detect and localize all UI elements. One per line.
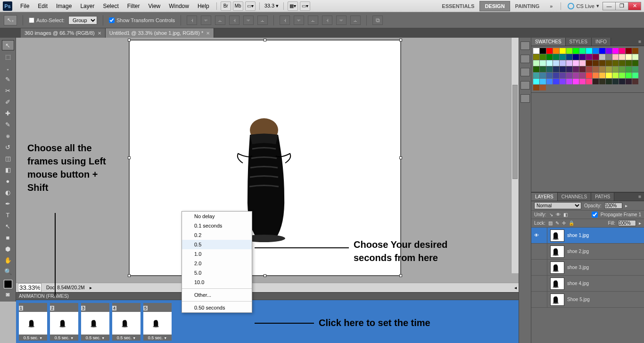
shape-tool[interactable]: ■: [2, 232, 14, 243]
scrollbar-thumb[interactable]: [512, 85, 518, 179]
workspace-painting[interactable]: PAINTING: [510, 1, 545, 11]
unify-position-icon[interactable]: ↘: [549, 212, 553, 217]
swatch[interactable]: [540, 85, 546, 90]
swatch[interactable]: [553, 79, 559, 84]
gradient-tool[interactable]: ◧: [2, 164, 14, 175]
frame-delay-button[interactable]: 0.5 sec.▼: [81, 335, 109, 341]
distribute-icon[interactable]: ⫟: [294, 16, 304, 25]
delay-menu-item[interactable]: 5.0: [182, 268, 252, 278]
stamp-tool[interactable]: ⎈: [2, 131, 14, 141]
swatch[interactable]: [612, 48, 619, 54]
type-tool[interactable]: T: [2, 210, 14, 220]
frame-delay-button[interactable]: 0.5 sec.▼: [112, 335, 140, 341]
show-transform-checkbox[interactable]: Show Transform Controls: [109, 17, 175, 23]
swatch[interactable]: [553, 66, 559, 72]
swatch[interactable]: [533, 54, 539, 60]
swatch[interactable]: [593, 48, 599, 54]
3d-tool[interactable]: ⬢: [2, 244, 14, 254]
swatch[interactable]: [566, 66, 572, 72]
align-icon[interactable]: ⫠: [215, 16, 225, 25]
swatch[interactable]: [606, 79, 612, 84]
swatch[interactable]: [566, 48, 572, 54]
swatch[interactable]: [599, 66, 605, 72]
dock-icon[interactable]: [520, 68, 530, 76]
align-icon[interactable]: ⫞: [229, 16, 239, 25]
delay-menu-item[interactable]: 2.0: [182, 259, 252, 268]
swatch[interactable]: [560, 73, 566, 78]
swatch[interactable]: [579, 79, 586, 84]
swatch[interactable]: [566, 60, 572, 66]
dock-icon[interactable]: [520, 81, 530, 90]
styles-tab[interactable]: STYLES: [566, 38, 592, 46]
close-tab-icon[interactable]: ✕: [98, 31, 101, 36]
swatch[interactable]: [533, 85, 539, 90]
swatch[interactable]: [626, 48, 632, 54]
menu-view[interactable]: View: [144, 3, 165, 9]
document-tab[interactable]: Untitled1 @ 33.3% (shoe 1.jpg, RGB/8) *✕: [106, 28, 215, 38]
layer-row[interactable]: shoe 3.jpg: [531, 260, 644, 276]
dock-icon[interactable]: [520, 94, 530, 103]
swatch[interactable]: [593, 79, 599, 84]
lock-position-icon[interactable]: ✛: [562, 220, 566, 226]
swatch[interactable]: [612, 60, 619, 66]
distribute-icon[interactable]: ⫞: [280, 16, 290, 25]
menu-file[interactable]: File: [16, 3, 33, 9]
swatch[interactable]: [560, 60, 566, 66]
swatch[interactable]: [560, 66, 566, 72]
document-tab[interactable]: 360 images @ 66.7% (RGB/8)✕: [21, 28, 106, 38]
swatch[interactable]: [612, 66, 619, 72]
blur-tool[interactable]: ●: [2, 176, 14, 186]
cs-live-button[interactable]: CS Live ▾: [568, 3, 599, 9]
swatch[interactable]: [606, 48, 612, 54]
swatch[interactable]: [546, 48, 553, 54]
extras-icon[interactable]: ▭▾: [300, 1, 310, 11]
swatch[interactable]: [606, 54, 612, 60]
swatch[interactable]: [619, 73, 625, 78]
panel-menu-icon[interactable]: ≡: [636, 193, 644, 201]
lasso-tool[interactable]: ᎑: [2, 63, 14, 73]
delay-menu-item[interactable]: 0.1 seconds: [182, 221, 252, 230]
swatch[interactable]: [626, 73, 632, 78]
menu-help[interactable]: Help: [193, 3, 214, 9]
close-button[interactable]: ✕: [628, 2, 641, 10]
auto-select-mode[interactable]: Group: [68, 16, 97, 24]
swatch[interactable]: [560, 79, 566, 84]
foreground-color[interactable]: [4, 280, 12, 288]
channels-tab[interactable]: CHANNELS: [558, 193, 591, 201]
swatch[interactable]: [533, 60, 539, 66]
swatch[interactable]: [573, 60, 579, 66]
distribute-icon[interactable]: ⫞: [322, 16, 332, 25]
swatch[interactable]: [533, 66, 539, 72]
swatch[interactable]: [546, 66, 553, 72]
swatch[interactable]: [626, 60, 632, 66]
swatch[interactable]: [599, 73, 605, 78]
swatch[interactable]: [546, 73, 553, 78]
align-icon[interactable]: ⫞: [187, 16, 197, 25]
menu-select[interactable]: Select: [99, 3, 123, 9]
hand-tool[interactable]: ✋: [2, 255, 14, 265]
swatch[interactable]: [586, 54, 592, 60]
minibridge-icon[interactable]: Mb: [233, 1, 243, 11]
swatch[interactable]: [626, 54, 632, 60]
swatch[interactable]: [553, 54, 559, 60]
swatch[interactable]: [593, 66, 599, 72]
current-tool-icon[interactable]: ↖₊: [4, 15, 17, 25]
bridge-icon[interactable]: Br: [221, 1, 231, 11]
opacity-arrow-icon[interactable]: ▸: [625, 203, 627, 208]
blend-mode-dropdown[interactable]: Normal: [534, 202, 581, 209]
swatch[interactable]: [632, 66, 638, 72]
transform-handle[interactable]: [128, 39, 131, 41]
swatch[interactable]: [593, 54, 599, 60]
swatch[interactable]: [560, 48, 566, 54]
propagate-checkbox[interactable]: [592, 212, 598, 218]
swatch[interactable]: [546, 79, 553, 84]
swatch[interactable]: [579, 48, 586, 54]
transform-handle[interactable]: [264, 274, 266, 277]
swatch[interactable]: [632, 79, 638, 84]
arrange-icon[interactable]: ▦▾: [288, 1, 298, 11]
align-icon[interactable]: ⫟: [201, 16, 211, 25]
lock-pixels-icon[interactable]: ✎: [555, 220, 559, 226]
delay-menu-item[interactable]: 1.0: [182, 249, 252, 259]
pen-tool[interactable]: ✒: [2, 198, 14, 209]
info-tab[interactable]: INFO: [592, 38, 611, 46]
